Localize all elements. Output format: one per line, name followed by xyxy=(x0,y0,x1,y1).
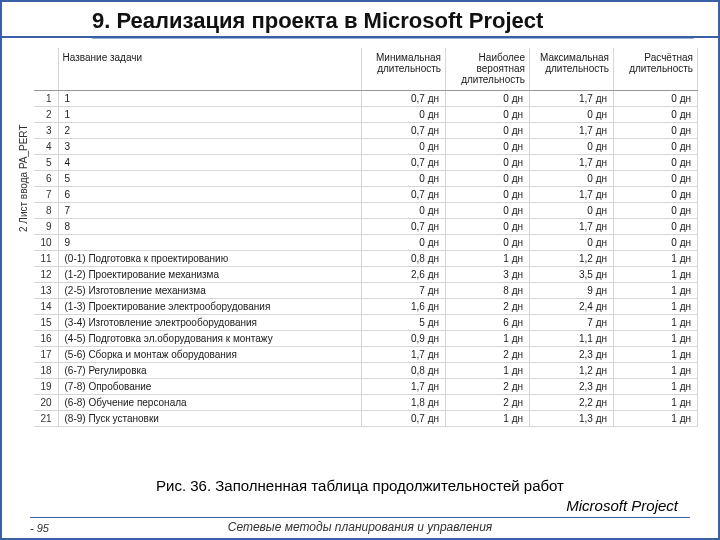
cell-likely: 1 дн xyxy=(446,330,530,346)
cell-max: 1,7 дн xyxy=(530,218,614,234)
cell-likely: 0 дн xyxy=(446,234,530,250)
cell-name: (5-6) Сборка и монтаж оборудования xyxy=(58,346,362,362)
cell-name: (7-8) Опробование xyxy=(58,378,362,394)
cell-max: 1,7 дн xyxy=(530,186,614,202)
cell-name: (3-4) Изготовление электрооборудования xyxy=(58,314,362,330)
cell-calc: 1 дн xyxy=(614,330,698,346)
cell-calc: 1 дн xyxy=(614,378,698,394)
cell-likely: 0 дн xyxy=(446,154,530,170)
cell-likely: 0 дн xyxy=(446,106,530,122)
table-row: 980,7 дн0 дн1,7 дн0 дн xyxy=(34,218,698,234)
cell-index: 4 xyxy=(34,138,58,154)
col-name: Название задачи xyxy=(58,48,362,90)
title-underline xyxy=(92,38,694,39)
cell-max: 3,5 дн xyxy=(530,266,614,282)
cell-likely: 0 дн xyxy=(446,122,530,138)
figure-caption: Рис. 36. Заполненная таблица продолжител… xyxy=(2,477,718,494)
cell-name: (1-2) Проектирование механизма xyxy=(58,266,362,282)
cell-likely: 0 дн xyxy=(446,138,530,154)
cell-name: 1 xyxy=(58,90,362,106)
cell-index: 12 xyxy=(34,266,58,282)
cell-likely: 0 дн xyxy=(446,218,530,234)
cell-name: 4 xyxy=(58,154,362,170)
cell-name: (4-5) Подготовка эл.оборудования к монта… xyxy=(58,330,362,346)
cell-calc: 1 дн xyxy=(614,314,698,330)
cell-calc: 1 дн xyxy=(614,250,698,266)
table-row: 320,7 дн0 дн1,7 дн0 дн xyxy=(34,122,698,138)
table-row: 870 дн0 дн0 дн0 дн xyxy=(34,202,698,218)
table-row: 18(6-7) Регулировка0,8 дн1 дн1,2 дн1 дн xyxy=(34,362,698,378)
cell-min: 0,7 дн xyxy=(362,410,446,426)
cell-calc: 1 дн xyxy=(614,298,698,314)
cell-max: 1,2 дн xyxy=(530,250,614,266)
table-row: 650 дн0 дн0 дн0 дн xyxy=(34,170,698,186)
cell-calc: 0 дн xyxy=(614,138,698,154)
cell-likely: 6 дн xyxy=(446,314,530,330)
cell-calc: 0 дн xyxy=(614,202,698,218)
table-row: 760,7 дн0 дн1,7 дн0 дн xyxy=(34,186,698,202)
cell-name: (6-8) Обучение персонала xyxy=(58,394,362,410)
cell-calc: 1 дн xyxy=(614,394,698,410)
footer-rule xyxy=(30,517,690,518)
cell-min: 1,6 дн xyxy=(362,298,446,314)
cell-max: 7 дн xyxy=(530,314,614,330)
cell-max: 2,2 дн xyxy=(530,394,614,410)
cell-max: 9 дн xyxy=(530,282,614,298)
cell-max: 1,1 дн xyxy=(530,330,614,346)
cell-name: 7 xyxy=(58,202,362,218)
cell-likely: 0 дн xyxy=(446,90,530,106)
cell-likely: 1 дн xyxy=(446,410,530,426)
cell-likely: 1 дн xyxy=(446,362,530,378)
table-row: 210 дн0 дн0 дн0 дн xyxy=(34,106,698,122)
cell-calc: 1 дн xyxy=(614,362,698,378)
cell-likely: 0 дн xyxy=(446,170,530,186)
cell-index: 21 xyxy=(34,410,58,426)
cell-min: 0,7 дн xyxy=(362,90,446,106)
table-row: 20(6-8) Обучение персонала1,8 дн2 дн2,2 … xyxy=(34,394,698,410)
table-row: 110,7 дн0 дн1,7 дн0 дн xyxy=(34,90,698,106)
cell-index: 10 xyxy=(34,234,58,250)
table-row: 21(8-9) Пуск установки0,7 дн1 дн1,3 дн1 … xyxy=(34,410,698,426)
cell-min: 0 дн xyxy=(362,170,446,186)
cell-calc: 0 дн xyxy=(614,170,698,186)
cell-calc: 0 дн xyxy=(614,106,698,122)
cell-index: 7 xyxy=(34,186,58,202)
cell-index: 3 xyxy=(34,122,58,138)
cell-min: 1,7 дн xyxy=(362,346,446,362)
cell-name: 8 xyxy=(58,218,362,234)
cell-index: 2 xyxy=(34,106,58,122)
cell-name: 6 xyxy=(58,186,362,202)
cell-index: 5 xyxy=(34,154,58,170)
cell-name: 5 xyxy=(58,170,362,186)
cell-min: 0 дн xyxy=(362,138,446,154)
col-min: Минимальная длительность xyxy=(362,48,446,90)
cell-likely: 2 дн xyxy=(446,378,530,394)
cell-min: 0 дн xyxy=(362,202,446,218)
table-header-row: Название задачи Минимальная длительность… xyxy=(34,48,698,90)
cell-likely: 0 дн xyxy=(446,186,530,202)
cell-index: 15 xyxy=(34,314,58,330)
table-row: 12(1-2) Проектирование механизма2,6 дн3 … xyxy=(34,266,698,282)
cell-index: 9 xyxy=(34,218,58,234)
cell-max: 0 дн xyxy=(530,106,614,122)
cell-likely: 3 дн xyxy=(446,266,530,282)
cell-min: 0,7 дн xyxy=(362,154,446,170)
table-row: 16(4-5) Подготовка эл.оборудования к мон… xyxy=(34,330,698,346)
cell-calc: 0 дн xyxy=(614,218,698,234)
cell-name: 9 xyxy=(58,234,362,250)
cell-min: 0,7 дн xyxy=(362,122,446,138)
table-row: 540,7 дн0 дн1,7 дн0 дн xyxy=(34,154,698,170)
cell-name: (0-1) Подготовка к проектированию xyxy=(58,250,362,266)
cell-index: 17 xyxy=(34,346,58,362)
cell-index: 16 xyxy=(34,330,58,346)
cell-min: 0,8 дн xyxy=(362,250,446,266)
figure-caption-sub: Microsoft Project xyxy=(566,497,678,514)
cell-index: 19 xyxy=(34,378,58,394)
cell-likely: 1 дн xyxy=(446,250,530,266)
cell-likely: 2 дн xyxy=(446,298,530,314)
cell-max: 1,7 дн xyxy=(530,154,614,170)
cell-calc: 0 дн xyxy=(614,186,698,202)
cell-index: 18 xyxy=(34,362,58,378)
cell-min: 0,7 дн xyxy=(362,186,446,202)
cell-min: 0 дн xyxy=(362,106,446,122)
